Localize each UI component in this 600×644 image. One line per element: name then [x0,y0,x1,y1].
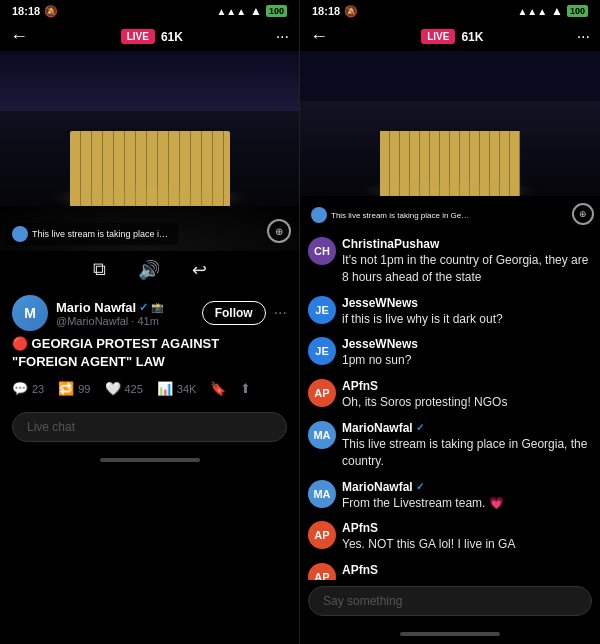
right-home-bar [400,632,500,636]
comment-body: ChristinaPushaw It's not 1pm in the coun… [342,237,592,286]
left-avatar: M [12,295,48,331]
left-stat-bookmark[interactable]: 🔖 [210,381,226,396]
comment-text: 1pm no sun? [342,352,592,369]
right-status-bar: 18:18 🔕 ▲▲▲ ▲ 100 [300,0,600,22]
comment-item: AP APfnS Yes. NOT this GA lol! I live in… [308,521,592,553]
left-share-icon[interactable]: ↪ [192,259,207,281]
comment-username: JesseWNews [342,296,592,310]
comment-avatar: CH [308,237,336,265]
right-say-input-area: Say something [300,580,600,624]
comment-item: JE JesseWNews if this is live why is it … [308,296,592,328]
right-mini-avatar [311,207,327,223]
right-location-text: This live stream is taking place in Geor… [331,211,471,220]
left-mini-avatar [12,226,28,242]
left-location-overlay: This live stream is taking place in Geor… [6,223,178,245]
comment-avatar: AP [308,563,336,580]
left-location-text: This live stream is taking place in Geor… [32,229,172,239]
left-chat-placeholder: Live chat [27,420,75,434]
comment-avatar: MA [308,480,336,508]
comment-username: APfnS [342,521,592,535]
comment-body: MarioNawfal✓ From the Livestream team. 💗 [342,480,592,512]
comment-body: APfnS at first i thought [342,563,592,580]
right-wifi-icon: ▲ [551,4,563,18]
comment-item: AP APfnS Oh, its Soros protesting! NGOs [308,379,592,411]
comment-avatar: AP [308,379,336,407]
comment-body: APfnS Yes. NOT this GA lol! I live in GA [342,521,592,553]
left-user-info: Mario Nawfal ✓ 📸 @MarioNawfal · 41m [56,300,194,327]
left-home-indicator [0,450,299,470]
comment-avatar: AP [308,521,336,549]
comment-body: JesseWNews if this is live why is it dar… [342,296,592,328]
comment-text: It's not 1pm in the country of Georgia, … [342,252,592,286]
left-live-center: LIVE 61K [121,29,183,44]
comment-username: MarioNawfal✓ [342,421,592,435]
right-top-bar: ← LIVE 61K ··· [300,22,600,51]
right-status-right: ▲▲▲ ▲ 100 [517,4,588,18]
left-stat-comments[interactable]: 💬 23 [12,381,44,396]
left-status-bar: 18:18 🔕 ▲▲▲ ▲ 100 [0,0,299,22]
left-video-placeholder: This live stream is taking place in Geor… [0,51,299,251]
left-wifi-icon: ▲ [250,4,262,18]
left-stat-upload[interactable]: ⬆ [240,381,251,396]
right-say-input[interactable]: Say something [308,586,592,616]
left-follow-button[interactable]: Follow [202,301,266,325]
comment-text: Yes. NOT this GA lol! I live in GA [342,536,592,553]
left-more-icon[interactable]: ··· [274,304,287,322]
left-media-badge: 📸 [151,302,163,313]
comment-text: This live stream is taking place in Geor… [342,436,592,470]
left-display-name: Mario Nawfal ✓ 📸 [56,300,194,315]
left-tweet-text: 🔴 GEORGIA PROTEST AGAINST "FOREIGN AGENT… [12,335,287,371]
left-night-sky [0,51,299,111]
comment-verified-icon: ✓ [416,481,424,492]
comment-avatar: JE [308,337,336,365]
left-live-badge: LIVE [121,29,155,44]
comment-text: if this is live why is it dark out? [342,311,592,328]
left-stat-likes[interactable]: 🤍 425 [105,381,143,396]
left-signal-icon: ▲▲▲ [216,6,246,17]
right-time: 18:18 [312,5,340,17]
right-say-placeholder: Say something [323,594,402,608]
left-home-bar [100,458,200,462]
comment-username: APfnS [342,379,592,393]
left-more-button[interactable]: ··· [276,28,289,46]
left-stat-views[interactable]: 📊 34K [157,381,197,396]
right-more-button[interactable]: ··· [577,28,590,46]
right-video-thumb: This live stream is taking place in Geor… [300,51,600,231]
left-volume-icon[interactable]: 🔊 [138,259,160,281]
comment-text: From the Livestream team. 💗 [342,495,592,512]
left-panel: 18:18 🔕 ▲▲▲ ▲ 100 ← LIVE 61K ··· [0,0,300,644]
left-stat-retweets[interactable]: 🔁 99 [58,381,90,396]
left-chat-input[interactable]: Live chat [12,412,287,442]
left-status-left: 18:18 🔕 [12,5,58,18]
left-back-button[interactable]: ← [10,26,28,47]
left-screen-icon[interactable]: ⧉ [93,259,106,281]
left-retweet-icon: 🔁 [58,381,74,396]
right-signal-icon: ▲▲▲ [517,6,547,17]
comment-body: APfnS Oh, its Soros protesting! NGOs [342,379,592,411]
left-verified-icon: ✓ [139,301,148,314]
comment-text: Oh, its Soros protesting! NGOs [342,394,592,411]
comment-username: JesseWNews [342,337,592,351]
left-upload-icon: ⬆ [240,381,251,396]
right-back-button[interactable]: ← [310,26,328,47]
left-bookmark-icon: 🔖 [210,381,226,396]
right-battery: 100 [567,5,588,17]
right-bell-icon: 🔕 [344,5,358,18]
comment-body: JesseWNews 1pm no sun? [342,337,592,369]
left-action-bar: ⧉ 🔊 ↪ [0,251,299,289]
left-status-right: ▲▲▲ ▲ 100 [216,4,287,18]
comment-avatar: JE [308,296,336,324]
left-top-bar: ← LIVE 61K ··· [0,22,299,51]
right-viewer-count: 61K [461,30,483,44]
left-chat-input-area: Live chat [0,406,299,450]
left-username-time: @MarioNawfal · 41m [56,315,194,327]
left-tweet-info: M Mario Nawfal ✓ 📸 @MarioNawfal · 41m Fo… [0,289,299,406]
comment-body: MarioNawfal✓ This live stream is taking … [342,421,592,470]
comment-item: JE JesseWNews 1pm no sun? [308,337,592,369]
comment-item: CH ChristinaPushaw It's not 1pm in the c… [308,237,592,286]
right-panel: 18:18 🔕 ▲▲▲ ▲ 100 ← LIVE 61K ··· This li… [300,0,600,644]
left-video-area: This live stream is taking place in Geor… [0,51,299,251]
comment-username: ChristinaPushaw [342,237,592,251]
right-comments-area: CH ChristinaPushaw It's not 1pm in the c… [300,231,600,580]
right-home-indicator [300,624,600,644]
